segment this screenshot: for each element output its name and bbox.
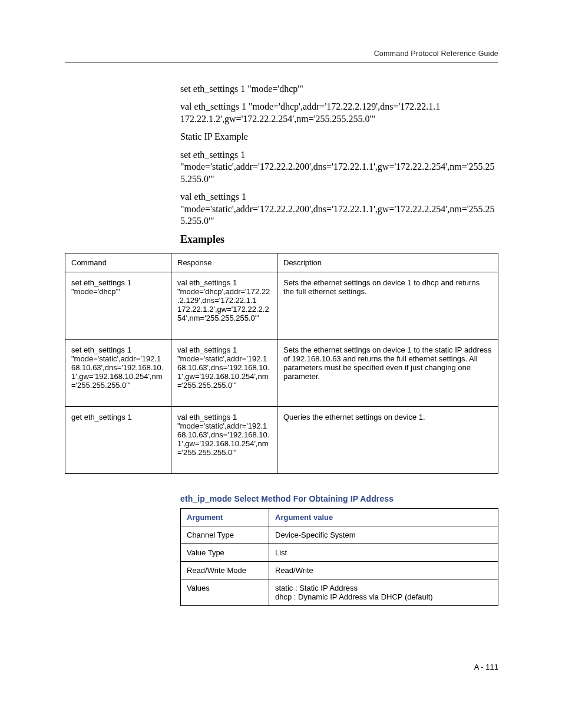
- table-header-row: Command Response Description: [65, 253, 498, 272]
- cell-argument-value: Device-Specific System: [269, 526, 498, 543]
- cell-argument-value: static : Static IP Address dhcp : Dynami…: [269, 579, 498, 605]
- body-paragraph: set eth_settings 1 "mode='dhcp'": [180, 83, 498, 95]
- cell-description: Queries the ethernet settings on device …: [277, 406, 498, 473]
- table-row: Value Type List: [181, 543, 498, 561]
- cell-argument: Value Type: [181, 543, 269, 561]
- cell-argument: Channel Type: [181, 526, 269, 543]
- col-header-argument: Argument: [181, 508, 269, 526]
- table-header-row: Argument Argument value: [181, 508, 498, 526]
- cell-description: Sets the ethernet settings on device 1 t…: [277, 272, 498, 339]
- table-row: Read/Write Mode Read/Write: [181, 561, 498, 579]
- cell-command: set eth_settings 1 "mode='static',addr='…: [65, 339, 171, 406]
- cell-argument-value: Read/Write: [269, 561, 498, 579]
- table-row: Values static : Static IP Address dhcp :…: [181, 579, 498, 605]
- running-header: Command Protocol Reference Guide: [65, 50, 498, 63]
- table-row: set eth_settings 1 "mode='dhcp'" val eth…: [65, 272, 498, 339]
- cell-argument: Read/Write Mode: [181, 561, 269, 579]
- cell-description: Sets the ethernet settings on device 1 t…: [277, 339, 498, 406]
- cell-response: val eth_settings 1 "mode='dhcp',addr='17…: [171, 272, 277, 339]
- table-row: Channel Type Device-Specific System: [181, 526, 498, 543]
- body-paragraph: Static IP Example: [180, 131, 498, 143]
- page-number: A - 111: [474, 663, 498, 671]
- cell-response: val eth_settings 1 "mode='static',addr='…: [171, 339, 277, 406]
- table-row: get eth_settings 1 val eth_settings 1 "m…: [65, 406, 498, 473]
- body-paragraph: set eth_settings 1 "mode='static',addr='…: [180, 149, 498, 185]
- argument-table: Argument Argument value Channel Type Dev…: [180, 508, 498, 606]
- arg-section-title: eth_ip_mode Select Method For Obtaining …: [180, 494, 498, 503]
- cell-response: val eth_settings 1 "mode='static',addr='…: [171, 406, 277, 473]
- col-header-argument-value: Argument value: [269, 508, 498, 526]
- table-row: set eth_settings 1 "mode='static',addr='…: [65, 339, 498, 406]
- col-header-response: Response: [171, 253, 277, 272]
- col-header-command: Command: [65, 253, 171, 272]
- body-paragraph: val eth_settings 1 "mode='static',addr='…: [180, 191, 498, 227]
- col-header-description: Description: [277, 253, 498, 272]
- body-paragraph: val eth_settings 1 "mode='dhcp',addr='17…: [180, 101, 498, 125]
- examples-table: Command Response Description set eth_set…: [65, 253, 498, 474]
- examples-heading: Examples: [180, 233, 498, 246]
- cell-argument: Values: [181, 579, 269, 605]
- cell-command: get eth_settings 1: [65, 406, 171, 473]
- cell-argument-value: List: [269, 543, 498, 561]
- cell-command: set eth_settings 1 "mode='dhcp'": [65, 272, 171, 339]
